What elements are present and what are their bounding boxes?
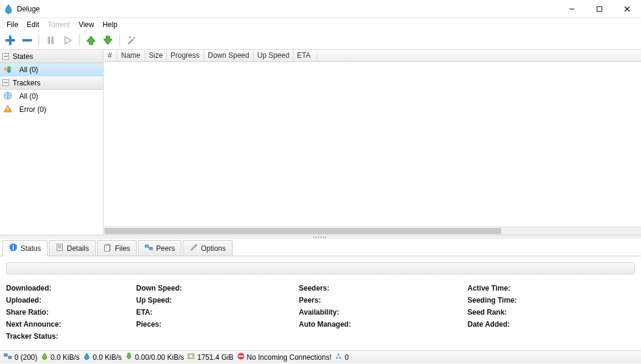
queue-down-button[interactable]	[100, 32, 116, 48]
svg-rect-32	[145, 245, 148, 247]
svg-rect-8	[51, 37, 54, 44]
sidebar-trackers-error-label: Error (0)	[19, 105, 46, 114]
status-protocol[interactable]: 0.00/0.00 KiB/s	[125, 353, 184, 362]
status-fields: Downloaded: Down Speed: Seeders: Active …	[6, 284, 635, 341]
status-connections[interactable]: 0 (200)	[4, 352, 37, 362]
statusbar: 0 (200) 0.0 KiB/s 0.0 KiB/s 0.00/0.00 Ki…	[0, 350, 641, 363]
sidebar-trackers-header[interactable]: Trackers	[0, 76, 103, 90]
field-seeders: Seeders:	[299, 284, 467, 292]
column-downspeed[interactable]: Down Speed	[204, 50, 254, 61]
add-torrent-button[interactable]	[2, 32, 18, 48]
pause-button[interactable]	[43, 32, 58, 48]
tab-details[interactable]: Details	[49, 240, 96, 256]
field-share-ratio: Share Ratio:	[6, 308, 136, 316]
globe-icon	[4, 91, 16, 102]
status-dht[interactable]: 0	[335, 353, 349, 362]
field-pieces: Pieces:	[136, 320, 299, 329]
disk-icon	[187, 353, 195, 362]
status-down-value: 0.0 KiB/s	[51, 353, 80, 362]
all-icon	[4, 65, 16, 75]
menu-view[interactable]: View	[74, 19, 98, 30]
status-connections-value: 0 (200)	[14, 353, 37, 362]
sidebar-trackers-all[interactable]: All (0)	[0, 90, 103, 103]
horizontal-scrollbar[interactable]	[104, 226, 641, 235]
status-down[interactable]: 0.0 KiB/s	[41, 353, 80, 362]
tab-details-label: Details	[67, 244, 89, 253]
sidebar-states-label: States	[13, 52, 33, 61]
column-spacer	[317, 50, 641, 61]
field-auto-managed: Auto Managed:	[299, 320, 467, 329]
column-num[interactable]: #	[104, 50, 117, 61]
status-up[interactable]: 0.0 KiB/s	[83, 353, 122, 362]
svg-rect-22	[7, 110, 8, 111]
svg-rect-5	[5, 39, 15, 42]
toolbar-separator	[39, 34, 39, 47]
tab-peers-label: Peers	[156, 244, 175, 253]
files-icon	[104, 243, 112, 253]
status-panel: Downloaded: Down Speed: Seeders: Active …	[0, 256, 641, 350]
info-icon	[9, 243, 17, 253]
status-disk-value: 1751.4 GiB	[197, 353, 233, 362]
column-header: # Name Size Progress Down Speed Up Speed…	[104, 50, 641, 62]
field-downloaded: Downloaded:	[6, 284, 136, 292]
preferences-button[interactable]	[124, 32, 139, 48]
menu-help[interactable]: Help	[98, 19, 122, 30]
torrent-list-body[interactable]	[104, 62, 641, 235]
svg-rect-33	[149, 247, 152, 250]
scrollbar-thumb[interactable]	[104, 228, 501, 234]
titlebar: Deluge	[0, 0, 641, 18]
svg-rect-6	[22, 39, 32, 42]
toolbar-separator	[79, 34, 80, 47]
field-date-added: Date Added:	[467, 320, 635, 329]
tab-peers[interactable]: Peers	[138, 240, 181, 256]
field-seed-rank: Seed Rank:	[467, 308, 635, 316]
svg-rect-37	[8, 356, 11, 359]
sidebar-states-all[interactable]: All (0)	[0, 63, 103, 76]
column-name[interactable]: Name	[117, 50, 145, 61]
status-protocol-value: 0.00/0.00 KiB/s	[135, 353, 184, 362]
maximize-button[interactable]	[586, 0, 613, 18]
svg-rect-21	[7, 107, 8, 110]
sidebar-states-header[interactable]: States	[0, 50, 103, 63]
svg-point-25	[13, 245, 14, 246]
svg-point-16	[7, 69, 11, 73]
field-uploaded: Uploaded:	[6, 296, 136, 304]
column-upspeed[interactable]: Up Speed	[254, 50, 293, 61]
menu-file[interactable]: File	[2, 19, 22, 30]
menubar: File Edit Torrent View Help	[0, 18, 641, 31]
svg-rect-7	[48, 37, 50, 44]
column-size[interactable]: Size	[145, 50, 167, 61]
torrent-list: # Name Size Progress Down Speed Up Speed…	[104, 50, 641, 235]
document-icon	[55, 243, 64, 253]
tab-status-label: Status	[20, 244, 41, 253]
status-warning[interactable]: No Incoming Connections!	[237, 353, 332, 362]
remove-torrent-button[interactable]	[19, 32, 35, 48]
tab-files[interactable]: Files	[97, 240, 137, 256]
svg-rect-24	[13, 247, 14, 250]
column-eta[interactable]: ETA	[293, 50, 317, 61]
connections-icon	[4, 352, 12, 362]
close-button[interactable]	[613, 0, 641, 18]
status-dht-value: 0	[345, 353, 349, 362]
dht-icon	[335, 353, 342, 362]
svg-rect-26	[57, 244, 63, 251]
status-disk[interactable]: 1751.4 GiB	[187, 353, 233, 362]
field-up-speed: Up Speed:	[136, 296, 299, 304]
field-active-time: Active Time:	[467, 284, 635, 292]
tab-status[interactable]: Status	[2, 240, 48, 256]
peers-icon	[145, 243, 153, 253]
column-progress[interactable]: Progress	[167, 50, 204, 61]
minimize-button[interactable]	[558, 0, 586, 18]
field-eta: ETA:	[136, 308, 299, 316]
splitter-handle[interactable]	[0, 235, 641, 239]
svg-rect-42	[239, 356, 243, 357]
tab-options[interactable]: Options	[183, 240, 232, 256]
up-drop-icon	[83, 353, 90, 362]
resume-button[interactable]	[60, 32, 75, 48]
svg-marker-38	[127, 353, 131, 359]
field-availability: Availability:	[299, 308, 467, 316]
sidebar-trackers-error[interactable]: Error (0)	[0, 103, 103, 116]
queue-up-button[interactable]	[83, 32, 99, 48]
field-seeding-time: Seeding Time:	[467, 296, 635, 304]
menu-edit[interactable]: Edit	[22, 19, 43, 30]
